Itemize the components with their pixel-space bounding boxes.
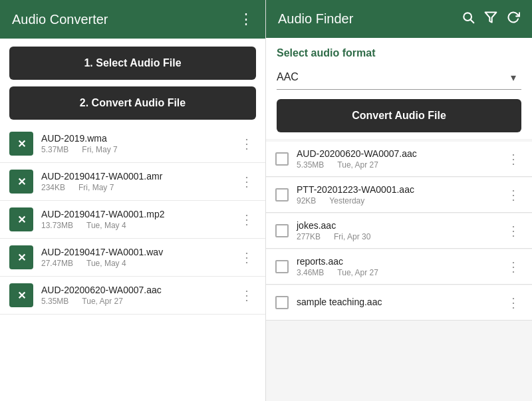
right-file-name: reports.aac bbox=[297, 256, 496, 267]
right-header: Audio Finder bbox=[266, 0, 532, 38]
right-file-name: AUD-20200620-WA0007.aac bbox=[297, 148, 496, 159]
file-menu-dots[interactable]: ⋮ bbox=[237, 285, 256, 306]
file-name: AUD-2019.wma bbox=[41, 133, 229, 144]
right-file-menu-dots[interactable]: ⋮ bbox=[504, 148, 523, 170]
right-file-name: PTT-20201223-WA0001.aac bbox=[297, 184, 496, 195]
left-file-item[interactable]: ✕ AUD-20190417-WA0001.amr 234KB Fri, May… bbox=[0, 163, 265, 201]
file-name: AUD-20200620-WA0007.aac bbox=[41, 285, 229, 295]
right-file-item[interactable]: AUD-20200620-WA0007.aac 5.35MB Tue, Apr … bbox=[266, 142, 532, 177]
right-file-info: reports.aac 3.46MB Tue, Apr 27 bbox=[297, 256, 496, 277]
convert-audio-button-left[interactable]: 2. Convert Audio File bbox=[9, 86, 256, 120]
file-name: AUD-20190417-WA0001.wav bbox=[41, 247, 229, 257]
left-panel: Audio Converter ⋮ 1. Select Audio File 2… bbox=[0, 0, 266, 401]
right-file-name: jokes.aac bbox=[297, 220, 496, 231]
file-info: AUD-20190417-WA0001.wav 27.47MB Tue, May… bbox=[41, 247, 229, 268]
right-file-info: jokes.aac 277KB Fri, Apr 30 bbox=[297, 220, 496, 241]
left-file-item[interactable]: ✕ AUD-20200620-WA0007.aac 5.35MB Tue, Ap… bbox=[0, 277, 265, 315]
file-menu-dots[interactable]: ⋮ bbox=[237, 209, 256, 230]
file-info: AUD-20190417-WA0001.amr 234KB Fri, May 7 bbox=[41, 171, 229, 192]
file-meta: 27.47MB Tue, May 4 bbox=[41, 259, 229, 268]
right-file-info: sample teaching.aac bbox=[297, 297, 496, 309]
right-file-meta: 92KB Yesterday bbox=[297, 196, 496, 205]
right-file-meta: 5.35MB Tue, Apr 27 bbox=[297, 160, 496, 170]
right-file-menu-dots[interactable]: ⋮ bbox=[504, 256, 523, 277]
convert-audio-button-right[interactable]: Convert Audio File bbox=[277, 99, 521, 132]
format-select-wrapper[interactable]: AAC MP3 WAV AMR WMA OGG FLAC bbox=[277, 65, 521, 90]
file-checkbox[interactable] bbox=[275, 224, 289, 237]
right-panel: Audio Finder Select audio for bbox=[266, 0, 532, 401]
right-file-menu-dots[interactable]: ⋮ bbox=[504, 184, 523, 205]
right-file-meta: 3.46MB Tue, Apr 27 bbox=[297, 268, 496, 277]
format-select[interactable]: AAC MP3 WAV AMR WMA OGG FLAC bbox=[277, 65, 521, 90]
right-file-menu-dots[interactable]: ⋮ bbox=[504, 292, 523, 313]
left-title: Audio Converter bbox=[12, 12, 108, 27]
file-info: AUD-20190417-WA0001.mp2 13.73MB Tue, May… bbox=[41, 209, 229, 230]
refresh-icon[interactable] bbox=[507, 11, 520, 27]
right-file-name: sample teaching.aac bbox=[297, 297, 496, 307]
svg-marker-2 bbox=[485, 13, 497, 23]
file-icon: ✕ bbox=[9, 170, 33, 194]
file-icon: ✕ bbox=[9, 132, 33, 156]
file-menu-dots[interactable]: ⋮ bbox=[237, 171, 256, 192]
right-file-item[interactable]: sample teaching.aac ⋮ bbox=[266, 285, 532, 321]
left-file-list: ✕ AUD-2019.wma 5.37MB Fri, May 7 ⋮ ✕ AUD… bbox=[0, 125, 265, 401]
file-name: AUD-20190417-WA0001.amr bbox=[41, 171, 229, 182]
right-file-meta: 277KB Fri, Apr 30 bbox=[297, 232, 496, 241]
right-file-item[interactable]: jokes.aac 277KB Fri, Apr 30 ⋮ bbox=[266, 213, 532, 249]
file-meta: 5.37MB Fri, May 7 bbox=[41, 145, 229, 154]
file-icon: ✕ bbox=[9, 283, 33, 307]
right-content: Select audio format AAC MP3 WAV AMR WMA … bbox=[266, 38, 532, 139]
file-meta: 5.35MB Tue, Apr 27 bbox=[41, 297, 229, 306]
left-file-item[interactable]: ✕ AUD-2019.wma 5.37MB Fri, May 7 ⋮ bbox=[0, 125, 265, 163]
file-checkbox[interactable] bbox=[275, 296, 289, 309]
left-actions: 1. Select Audio File 2. Convert Audio Fi… bbox=[0, 39, 265, 125]
file-meta: 13.73MB Tue, May 4 bbox=[41, 221, 229, 230]
file-checkbox[interactable] bbox=[275, 152, 289, 166]
file-menu-dots[interactable]: ⋮ bbox=[237, 133, 256, 154]
right-title: Audio Finder bbox=[278, 11, 353, 27]
left-menu-dots[interactable]: ⋮ bbox=[239, 11, 253, 28]
file-checkbox[interactable] bbox=[275, 260, 289, 273]
file-icon: ✕ bbox=[9, 207, 33, 231]
right-file-info: AUD-20200620-WA0007.aac 5.35MB Tue, Apr … bbox=[297, 148, 496, 170]
file-meta: 234KB Fri, May 7 bbox=[41, 183, 229, 192]
svg-line-1 bbox=[471, 20, 474, 23]
filter-icon[interactable] bbox=[484, 11, 497, 27]
search-icon[interactable] bbox=[462, 11, 475, 27]
select-audio-button[interactable]: 1. Select Audio File bbox=[9, 47, 256, 80]
left-file-item[interactable]: ✕ AUD-20190417-WA0001.mp2 13.73MB Tue, M… bbox=[0, 201, 265, 239]
file-info: AUD-2019.wma 5.37MB Fri, May 7 bbox=[41, 133, 229, 154]
file-menu-dots[interactable]: ⋮ bbox=[237, 247, 256, 268]
left-header: Audio Converter ⋮ bbox=[0, 0, 265, 39]
right-file-item[interactable]: reports.aac 3.46MB Tue, Apr 27 ⋮ bbox=[266, 249, 532, 285]
right-header-icons bbox=[462, 11, 520, 27]
left-file-item[interactable]: ✕ AUD-20190417-WA0001.wav 27.47MB Tue, M… bbox=[0, 239, 265, 277]
file-info: AUD-20200620-WA0007.aac 5.35MB Tue, Apr … bbox=[41, 285, 229, 306]
file-icon: ✕ bbox=[9, 245, 33, 269]
format-label: Select audio format bbox=[277, 47, 521, 59]
right-file-list: AUD-20200620-WA0007.aac 5.35MB Tue, Apr … bbox=[266, 142, 532, 401]
right-file-item[interactable]: PTT-20201223-WA0001.aac 92KB Yesterday ⋮ bbox=[266, 178, 532, 213]
file-checkbox[interactable] bbox=[275, 188, 289, 201]
right-file-info: PTT-20201223-WA0001.aac 92KB Yesterday bbox=[297, 184, 496, 205]
right-file-menu-dots[interactable]: ⋮ bbox=[504, 220, 523, 241]
file-name: AUD-20190417-WA0001.mp2 bbox=[41, 209, 229, 219]
